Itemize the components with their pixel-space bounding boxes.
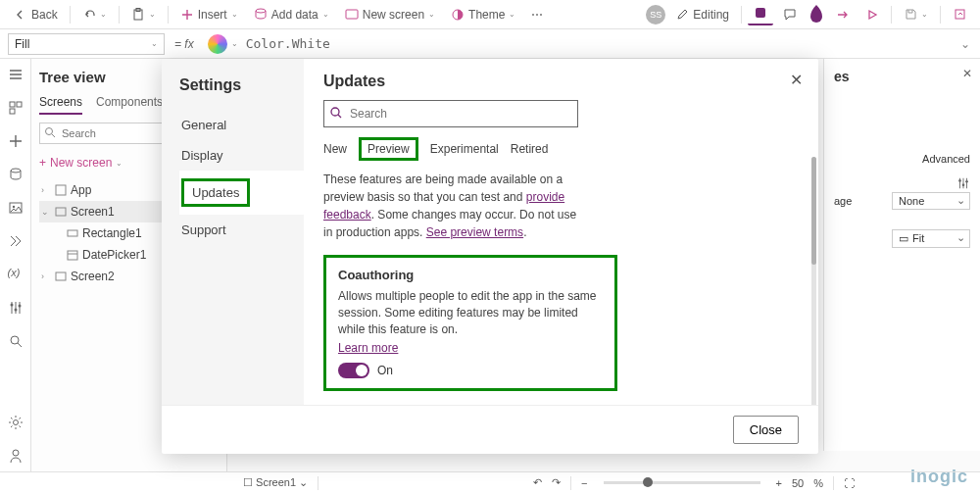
tree-item-label: Rectangle1 [82, 226, 142, 240]
svg-point-27 [965, 180, 968, 183]
comments-button[interactable] [777, 5, 803, 25]
coauthoring-feature: Coauthoring Allows multiple people to ed… [323, 255, 617, 391]
status-bar: ☐ Screen1 ⌄ ↶ ↷ − + 50 % ⛶ [0, 471, 980, 493]
preview-button[interactable] [859, 5, 885, 25]
chevron-down-icon: ⌄ [151, 39, 158, 48]
preview-terms-link[interactable]: See preview terms [426, 225, 523, 239]
svg-rect-6 [956, 10, 964, 19]
back-button[interactable]: Back [8, 5, 64, 25]
search-icon [329, 106, 343, 120]
editing-mode-button[interactable]: Editing [669, 5, 735, 25]
advanced-tools-icon[interactable] [8, 300, 24, 316]
property-selector[interactable]: Fill ⌄ [8, 33, 165, 55]
checker-button[interactable] [748, 3, 773, 25]
svg-rect-5 [756, 8, 765, 18]
formula-expand-button[interactable]: ⌄ [951, 37, 980, 51]
close-icon[interactable]: ✕ [790, 71, 803, 89]
svg-rect-24 [56, 272, 66, 280]
settings-nav-updates[interactable]: Updates [179, 171, 304, 215]
svg-rect-7 [10, 102, 15, 107]
chevron-down-icon[interactable]: ⌄ [231, 39, 238, 48]
media-rail-icon[interactable] [8, 200, 24, 216]
copilot-icon[interactable] [208, 34, 227, 54]
settings-nav-general[interactable]: General [179, 110, 304, 140]
fx-label: = fx [165, 37, 204, 51]
settings-nav-display[interactable]: Display [179, 140, 304, 171]
ask-virtual-agent-icon[interactable] [8, 448, 24, 464]
property-label: age [834, 195, 852, 207]
zoom-in-button[interactable]: + [776, 477, 782, 489]
image-position-select[interactable]: ▭Fit [892, 229, 970, 248]
redo-status-icon[interactable]: ↷ [552, 476, 561, 489]
settings-page-title: Updates [323, 73, 799, 90]
back-label: Back [31, 8, 58, 22]
svg-point-10 [11, 169, 21, 173]
settings-search-input[interactable] [323, 100, 578, 127]
theme-button[interactable]: Theme ⌄ [445, 5, 521, 25]
fit-to-screen-button[interactable]: ⛶ [844, 477, 855, 489]
zoom-out-button[interactable]: − [581, 477, 587, 489]
database-icon [254, 8, 268, 22]
svg-point-13 [10, 304, 13, 307]
settings-rail-icon[interactable] [8, 415, 24, 430]
rectangle-icon [67, 227, 78, 239]
settings-tab-experimental[interactable]: Experimental [430, 140, 499, 158]
tree-item-label: DatePicker1 [82, 248, 146, 262]
undo-button[interactable]: ⌄ [76, 5, 113, 25]
settings-intro-text: These features are being made available … [323, 171, 588, 241]
toggle-state-label: On [377, 364, 393, 377]
add-data-button[interactable]: Add data ⌄ [248, 5, 335, 25]
scrollbar[interactable] [811, 157, 816, 405]
chevron-down-icon: ⌄ [231, 10, 238, 19]
settings-tab-retired[interactable]: Retired [511, 140, 549, 158]
plus-icon: + [39, 156, 46, 170]
data-rail-icon[interactable] [8, 167, 24, 182]
insert-label: Insert [198, 8, 227, 22]
selected-screen-button[interactable]: ☐ Screen1 ⌄ [243, 476, 308, 489]
tree-item-label: App [71, 183, 91, 197]
app-icon [55, 184, 67, 196]
settings-tab-new[interactable]: New [323, 140, 347, 158]
new-screen-label: New screen [50, 156, 112, 170]
svg-point-17 [13, 420, 18, 425]
image-select[interactable]: None [892, 192, 970, 210]
property-name: Fill [15, 37, 29, 51]
chevron-down-icon: ⌄ [149, 10, 156, 19]
settings-nav-support[interactable]: Support [179, 215, 304, 245]
properties-panel: es ✕ Advanced age None ▭Fit [823, 59, 980, 451]
close-icon[interactable]: ✕ [962, 67, 972, 80]
new-screen-button[interactable]: New screen ⌄ [339, 5, 441, 25]
insert-button[interactable]: Insert ⌄ [174, 5, 244, 25]
coauthoring-title: Coauthoring [338, 268, 603, 282]
svg-rect-3 [346, 10, 358, 19]
properties-tab-advanced[interactable]: Advanced [922, 153, 970, 165]
more-button[interactable]: ⋯ [525, 5, 550, 25]
formula-input[interactable]: Color.White [238, 36, 951, 51]
coauthoring-toggle[interactable] [338, 363, 369, 378]
zoom-slider[interactable] [604, 481, 760, 484]
search-rail-icon[interactable] [8, 333, 24, 349]
insert-rail-icon[interactable] [8, 133, 24, 149]
publish-button[interactable] [947, 5, 972, 25]
hamburger-icon[interactable] [8, 67, 24, 82]
share-button[interactable] [830, 5, 856, 25]
avatar[interactable]: SS [646, 5, 665, 25]
tree-view-icon[interactable] [8, 100, 24, 116]
undo-status-icon[interactable]: ↶ [533, 476, 542, 489]
svg-point-14 [14, 309, 17, 312]
formula-bar: Fill ⌄ = fx ⌄ Color.White ⌄ [0, 29, 980, 59]
tab-screens[interactable]: Screens [39, 95, 82, 115]
settings-tab-preview[interactable]: Preview [359, 137, 418, 161]
svg-point-28 [331, 108, 339, 116]
fit-icon: ▭ [899, 232, 908, 244]
paste-button[interactable]: ⌄ [125, 5, 162, 25]
close-button[interactable]: Close [733, 416, 799, 444]
screen-icon [55, 271, 67, 282]
tab-components[interactable]: Components [96, 95, 163, 115]
variables-icon[interactable]: (x) [8, 267, 24, 282]
save-button[interactable]: ⌄ [898, 5, 934, 25]
learn-more-link[interactable]: Learn more [338, 341, 398, 355]
formula-bar-icon[interactable] [956, 176, 970, 190]
zoom-value: 50 [792, 477, 804, 489]
power-automate-icon[interactable] [8, 233, 24, 249]
